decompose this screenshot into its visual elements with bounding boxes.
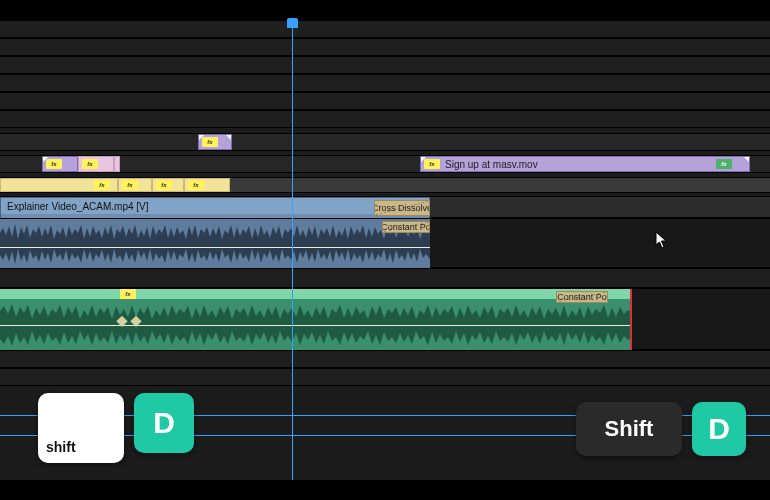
keycap-shift-dark: Shift bbox=[576, 402, 682, 456]
clip-label: Sign up at masv.mov bbox=[443, 159, 538, 170]
clip-v2-b[interactable]: fx bbox=[78, 156, 114, 172]
guide-track bbox=[0, 56, 770, 74]
waveform-icon bbox=[0, 219, 430, 244]
clip-explainer-video[interactable]: Explainer Video_ACAM.mp4 [V] bbox=[0, 197, 430, 219]
guide-track bbox=[0, 92, 770, 110]
keycap-d-2: D bbox=[692, 402, 746, 456]
fx-badge: fx bbox=[188, 180, 204, 190]
track-a2[interactable]: fx Constant Po bbox=[0, 288, 770, 350]
transition-label: Constant Po bbox=[556, 292, 608, 302]
track-v1b[interactable]: fx fx fx fx bbox=[0, 177, 770, 193]
keycap-label: D bbox=[708, 412, 730, 446]
keycap-d-1: D bbox=[134, 393, 194, 453]
keycap-shift-white: shift bbox=[38, 393, 124, 463]
clip-audio-2[interactable]: fx bbox=[0, 289, 632, 351]
fx-badge: fx bbox=[94, 180, 110, 190]
fx-badge: fx bbox=[156, 180, 172, 190]
playhead[interactable] bbox=[292, 20, 293, 480]
clip-v1b-2[interactable]: fx bbox=[118, 178, 152, 192]
letterbox-top bbox=[0, 0, 770, 20]
clip-v2-a[interactable]: fx bbox=[42, 156, 78, 172]
fx-badge: fx bbox=[202, 137, 218, 147]
fx-badge: fx bbox=[120, 289, 136, 299]
waveform-icon bbox=[0, 299, 632, 325]
clip-edge-cut[interactable] bbox=[630, 289, 632, 351]
transition-constant-power-2[interactable]: Constant Po bbox=[556, 291, 608, 303]
fx-badge: fx bbox=[122, 180, 138, 190]
guide-track bbox=[0, 20, 770, 38]
guide-track bbox=[0, 38, 770, 56]
transition-label: Cross Dissolve bbox=[374, 203, 430, 213]
fx-badge: fx bbox=[82, 159, 98, 169]
fx-badge: fx bbox=[46, 159, 62, 169]
fx-badge: fx bbox=[716, 159, 732, 169]
keycap-label: D bbox=[153, 406, 175, 440]
transition-label: Constant Po bbox=[382, 222, 430, 232]
clip-audio-1[interactable] bbox=[0, 219, 430, 269]
keycap-label: Shift bbox=[605, 416, 654, 442]
track-v2[interactable]: fx fx fx Sign up at masv.mov fx bbox=[0, 155, 770, 173]
track-v1[interactable]: Explainer Video_ACAM.mp4 [V] Cross Disso… bbox=[0, 196, 770, 218]
track-v3[interactable]: fx bbox=[0, 133, 770, 151]
guide-track bbox=[0, 74, 770, 92]
transition-cross-dissolve[interactable]: Cross Dissolve bbox=[374, 200, 430, 216]
fx-badge: fx bbox=[424, 159, 440, 169]
clip-v1b-3[interactable]: fx bbox=[152, 178, 184, 192]
letterbox-bottom bbox=[0, 480, 770, 500]
clip-signup[interactable]: fx Sign up at masv.mov fx bbox=[420, 156, 750, 172]
waveform-icon bbox=[0, 244, 430, 269]
clip-v2-c[interactable] bbox=[114, 156, 120, 172]
clip-label: Explainer Video_ACAM.mp4 [V] bbox=[7, 201, 149, 212]
guide-track bbox=[0, 350, 770, 368]
volume-rubber-band[interactable] bbox=[0, 247, 430, 248]
volume-rubber-band[interactable] bbox=[0, 325, 632, 326]
clip-v1b-4[interactable]: fx bbox=[184, 178, 230, 192]
clip-v1b-1[interactable]: fx bbox=[0, 178, 118, 192]
keycap-label: shift bbox=[46, 439, 76, 455]
playhead-cap-icon bbox=[287, 18, 298, 28]
transition-constant-power-1[interactable]: Constant Po bbox=[382, 221, 430, 233]
waveform-icon bbox=[0, 325, 632, 351]
guide-track bbox=[0, 268, 770, 288]
clip-v3-fx[interactable]: fx bbox=[198, 134, 232, 150]
guide-track bbox=[0, 368, 770, 386]
guide-track bbox=[0, 110, 770, 128]
track-a1[interactable]: Constant Po bbox=[0, 218, 770, 268]
